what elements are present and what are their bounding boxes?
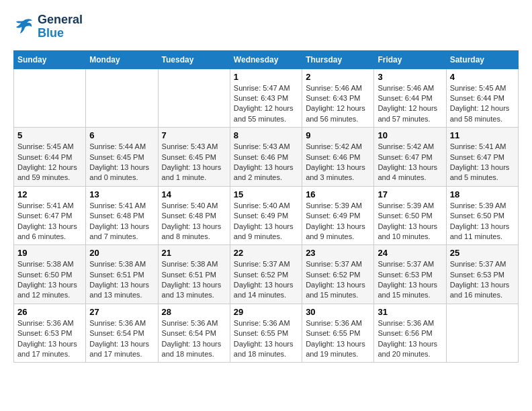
calendar-body: 1Sunrise: 5:47 AMSunset: 6:43 PMDaylight… [14, 68, 519, 363]
day-info: Sunrise: 5:39 AMSunset: 6:50 PMDaylight:… [378, 201, 442, 242]
day-info: Sunrise: 5:45 AMSunset: 6:44 PMDaylight:… [450, 83, 515, 125]
day-number: 6 [89, 130, 154, 140]
calendar-cell [86, 68, 158, 128]
day-number: 22 [234, 248, 298, 258]
day-number: 8 [234, 130, 298, 140]
day-info: Sunrise: 5:44 AMSunset: 6:45 PMDaylight:… [89, 142, 154, 183]
weekday-header-wednesday: Wednesday [230, 50, 302, 68]
weekday-header-sunday: Sunday [14, 50, 86, 68]
day-number: 21 [162, 248, 226, 258]
day-number: 10 [378, 130, 442, 140]
calendar-cell: 12Sunrise: 5:41 AMSunset: 6:47 PMDayligh… [14, 186, 86, 245]
calendar-cell [158, 68, 230, 128]
day-number: 15 [234, 189, 298, 199]
day-info: Sunrise: 5:38 AMSunset: 6:50 PMDaylight:… [17, 259, 82, 301]
calendar-cell: 22Sunrise: 5:37 AMSunset: 6:52 PMDayligh… [230, 245, 302, 304]
day-number: 23 [306, 248, 370, 258]
calendar-cell: 13Sunrise: 5:41 AMSunset: 6:48 PMDayligh… [86, 186, 158, 245]
calendar-cell: 30Sunrise: 5:36 AMSunset: 6:55 PMDayligh… [302, 304, 374, 363]
day-info: Sunrise: 5:40 AMSunset: 6:48 PMDaylight:… [162, 201, 226, 242]
day-number: 20 [89, 248, 154, 258]
calendar-cell: 25Sunrise: 5:37 AMSunset: 6:53 PMDayligh… [446, 245, 518, 304]
calendar-header: SundayMondayTuesdayWednesdayThursdayFrid… [14, 50, 519, 68]
day-number: 13 [89, 189, 154, 199]
day-number: 16 [306, 189, 370, 199]
weekday-header-friday: Friday [374, 50, 446, 68]
calendar-cell: 10Sunrise: 5:42 AMSunset: 6:47 PMDayligh… [374, 128, 446, 187]
calendar-cell: 29Sunrise: 5:36 AMSunset: 6:55 PMDayligh… [230, 304, 302, 363]
weekday-header-row: SundayMondayTuesdayWednesdayThursdayFrid… [14, 50, 519, 68]
calendar-cell: 6Sunrise: 5:44 AMSunset: 6:45 PMDaylight… [86, 128, 158, 187]
calendar-cell: 26Sunrise: 5:36 AMSunset: 6:53 PMDayligh… [14, 304, 86, 363]
calendar-cell: 27Sunrise: 5:36 AMSunset: 6:54 PMDayligh… [86, 304, 158, 363]
day-number: 28 [162, 307, 226, 317]
day-number: 31 [378, 307, 442, 317]
calendar-week-row: 5Sunrise: 5:45 AMSunset: 6:44 PMDaylight… [14, 128, 519, 187]
calendar-cell: 21Sunrise: 5:38 AMSunset: 6:51 PMDayligh… [158, 245, 230, 304]
logo: GeneralBlue [13, 13, 83, 40]
day-info: Sunrise: 5:40 AMSunset: 6:49 PMDaylight:… [234, 201, 298, 242]
weekday-header-monday: Monday [86, 50, 158, 68]
day-info: Sunrise: 5:43 AMSunset: 6:45 PMDaylight:… [162, 142, 226, 183]
calendar-week-row: 12Sunrise: 5:41 AMSunset: 6:47 PMDayligh… [14, 186, 519, 245]
calendar-cell: 18Sunrise: 5:39 AMSunset: 6:50 PMDayligh… [446, 186, 518, 245]
day-info: Sunrise: 5:37 AMSunset: 6:52 PMDaylight:… [234, 259, 298, 301]
weekday-header-thursday: Thursday [302, 50, 374, 68]
day-number: 12 [17, 189, 82, 199]
calendar-cell [14, 68, 86, 128]
day-number: 27 [89, 307, 154, 317]
calendar-week-row: 1Sunrise: 5:47 AMSunset: 6:43 PMDaylight… [14, 68, 519, 128]
calendar-cell: 31Sunrise: 5:36 AMSunset: 6:56 PMDayligh… [374, 304, 446, 363]
day-number: 25 [450, 248, 515, 258]
day-info: Sunrise: 5:43 AMSunset: 6:46 PMDaylight:… [234, 142, 298, 183]
calendar-cell: 4Sunrise: 5:45 AMSunset: 6:44 PMDaylight… [446, 68, 518, 128]
day-number: 17 [378, 189, 442, 199]
day-info: Sunrise: 5:41 AMSunset: 6:47 PMDaylight:… [450, 142, 515, 183]
day-info: Sunrise: 5:47 AMSunset: 6:43 PMDaylight:… [234, 83, 298, 125]
day-number: 5 [17, 130, 82, 140]
day-number: 18 [450, 189, 515, 199]
calendar-cell: 5Sunrise: 5:45 AMSunset: 6:44 PMDaylight… [14, 128, 86, 187]
calendar-cell: 19Sunrise: 5:38 AMSunset: 6:50 PMDayligh… [14, 245, 86, 304]
weekday-header-saturday: Saturday [446, 50, 518, 68]
day-info: Sunrise: 5:36 AMSunset: 6:54 PMDaylight:… [89, 318, 154, 360]
calendar-cell: 15Sunrise: 5:40 AMSunset: 6:49 PMDayligh… [230, 186, 302, 245]
calendar-cell: 1Sunrise: 5:47 AMSunset: 6:43 PMDaylight… [230, 68, 302, 128]
logo-text: GeneralBlue [38, 13, 83, 40]
calendar-week-row: 19Sunrise: 5:38 AMSunset: 6:50 PMDayligh… [14, 245, 519, 304]
calendar-cell: 7Sunrise: 5:43 AMSunset: 6:45 PMDaylight… [158, 128, 230, 187]
day-info: Sunrise: 5:39 AMSunset: 6:50 PMDaylight:… [450, 201, 515, 242]
calendar-cell: 14Sunrise: 5:40 AMSunset: 6:48 PMDayligh… [158, 186, 230, 245]
calendar-cell: 23Sunrise: 5:37 AMSunset: 6:52 PMDayligh… [302, 245, 374, 304]
day-number: 26 [17, 307, 82, 317]
logo-icon [13, 17, 34, 36]
calendar-cell: 16Sunrise: 5:39 AMSunset: 6:49 PMDayligh… [302, 186, 374, 245]
day-info: Sunrise: 5:42 AMSunset: 6:47 PMDaylight:… [378, 142, 442, 183]
calendar-cell: 28Sunrise: 5:36 AMSunset: 6:54 PMDayligh… [158, 304, 230, 363]
day-info: Sunrise: 5:37 AMSunset: 6:53 PMDaylight:… [450, 259, 515, 301]
day-info: Sunrise: 5:37 AMSunset: 6:53 PMDaylight:… [378, 259, 442, 301]
day-info: Sunrise: 5:42 AMSunset: 6:46 PMDaylight:… [306, 142, 370, 183]
day-number: 14 [162, 189, 226, 199]
day-info: Sunrise: 5:36 AMSunset: 6:55 PMDaylight:… [306, 318, 370, 360]
day-number: 2 [306, 72, 370, 82]
day-number: 3 [378, 72, 442, 82]
day-number: 24 [378, 248, 442, 258]
calendar-cell: 24Sunrise: 5:37 AMSunset: 6:53 PMDayligh… [374, 245, 446, 304]
calendar-cell: 11Sunrise: 5:41 AMSunset: 6:47 PMDayligh… [446, 128, 518, 187]
day-info: Sunrise: 5:41 AMSunset: 6:47 PMDaylight:… [17, 201, 82, 242]
calendar-cell: 17Sunrise: 5:39 AMSunset: 6:50 PMDayligh… [374, 186, 446, 245]
day-info: Sunrise: 5:38 AMSunset: 6:51 PMDaylight:… [89, 259, 154, 301]
day-number: 9 [306, 130, 370, 140]
day-info: Sunrise: 5:37 AMSunset: 6:52 PMDaylight:… [306, 259, 370, 301]
day-number: 7 [162, 130, 226, 140]
day-info: Sunrise: 5:36 AMSunset: 6:54 PMDaylight:… [162, 318, 226, 360]
day-number: 19 [17, 248, 82, 258]
day-info: Sunrise: 5:45 AMSunset: 6:44 PMDaylight:… [17, 142, 82, 183]
day-number: 30 [306, 307, 370, 317]
day-number: 1 [234, 72, 298, 82]
day-info: Sunrise: 5:46 AMSunset: 6:44 PMDaylight:… [378, 83, 442, 125]
day-number: 29 [234, 307, 298, 317]
day-info: Sunrise: 5:36 AMSunset: 6:53 PMDaylight:… [17, 318, 82, 360]
calendar-cell: 8Sunrise: 5:43 AMSunset: 6:46 PMDaylight… [230, 128, 302, 187]
